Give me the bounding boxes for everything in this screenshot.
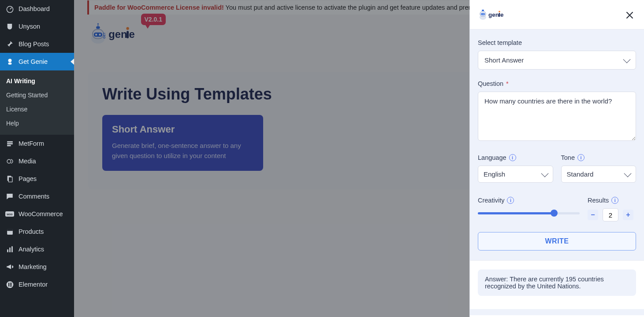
main-area: Paddle for WooCommerce License invalid! … xyxy=(74,0,644,317)
slider-fill xyxy=(478,212,554,214)
sidebar-item-label: Pages xyxy=(19,175,37,182)
svg-point-38 xyxy=(483,14,484,15)
info-icon[interactable]: i xyxy=(611,197,618,204)
sidebar-item-label: Blog Posts xyxy=(19,41,49,48)
u-icon xyxy=(5,22,14,31)
svg-rect-3 xyxy=(7,141,13,142)
results-input[interactable] xyxy=(603,208,618,221)
svg-rect-8 xyxy=(8,177,12,182)
sidebar-item-dashboard[interactable]: Dashboard xyxy=(0,0,74,18)
sidebar-item-label: Analytics xyxy=(19,246,44,253)
sidebar-item-blog[interactable]: Blog Posts xyxy=(0,35,74,53)
creativity-label-text: Creativity xyxy=(478,197,504,204)
increment-button[interactable]: + xyxy=(623,210,633,220)
svg-rect-5 xyxy=(7,145,11,146)
sidebar-item-pages[interactable]: Pages xyxy=(0,170,74,188)
chevron-down-icon xyxy=(541,170,548,177)
question-label: Question * xyxy=(478,80,636,87)
submenu-help[interactable]: Help xyxy=(0,116,74,130)
sidebar-item-metform[interactable]: MetForm xyxy=(0,135,74,152)
svg-point-42 xyxy=(499,11,500,12)
question-input[interactable] xyxy=(478,92,636,141)
svg-rect-15 xyxy=(11,246,13,252)
svg-rect-36 xyxy=(481,13,485,15)
creativity-slider[interactable] xyxy=(478,208,580,218)
megaphone-icon xyxy=(5,262,14,271)
sidebar-item-label: WooCommerce xyxy=(19,210,63,217)
sidebar-item-label: Marketing xyxy=(19,263,47,270)
genie-icon xyxy=(5,57,14,66)
submenu-getting-started[interactable]: Getting Started xyxy=(0,88,74,102)
sidebar-submenu: AI Writing Getting Started License Help xyxy=(0,70,74,135)
panel-body: Select template Short Answer Question * … xyxy=(470,29,644,315)
svg-text:e: e xyxy=(500,11,504,18)
sidebar-item-comments[interactable]: Comments xyxy=(0,188,74,205)
info-icon[interactable]: i xyxy=(577,154,584,161)
comment-icon xyxy=(5,192,14,201)
sidebar-item-label: Products xyxy=(19,228,44,235)
svg-rect-39 xyxy=(482,10,484,11)
pin-icon xyxy=(5,40,14,48)
svg-text:gen: gen xyxy=(488,11,499,18)
slider-track xyxy=(478,212,580,214)
admin-sidebar: Dashboard Unyson Blog Posts Get Genie AI… xyxy=(0,0,74,317)
results-label-text: Results xyxy=(588,197,609,204)
submenu-license[interactable]: License xyxy=(0,102,74,116)
form-icon xyxy=(5,139,14,148)
tone-label-text: Tone xyxy=(561,154,575,161)
slider-thumb[interactable] xyxy=(551,210,558,217)
answer-card[interactable]: Answer: There are currently 195 countrie… xyxy=(478,269,636,296)
results-stepper: − + xyxy=(588,208,636,221)
sidebar-item-analytics[interactable]: Analytics xyxy=(0,240,74,258)
sidebar-item-marketing[interactable]: Marketing xyxy=(0,258,74,276)
info-icon[interactable]: i xyxy=(509,154,516,161)
write-button[interactable]: WRITE xyxy=(478,232,636,251)
woo-icon: woo xyxy=(5,210,14,218)
svg-rect-2 xyxy=(8,63,11,65)
language-label-text: Language xyxy=(478,154,506,161)
sidebar-item-label: MetForm xyxy=(19,140,44,147)
sidebar-item-unyson[interactable]: Unyson xyxy=(0,18,74,35)
info-icon[interactable]: i xyxy=(507,197,514,204)
svg-point-6 xyxy=(7,159,11,163)
svg-rect-19 xyxy=(10,284,11,285)
svg-point-37 xyxy=(482,14,483,15)
tone-select[interactable]: Standard xyxy=(561,166,637,183)
tone-select-value: Standard xyxy=(567,170,594,178)
select-template-label: Select template xyxy=(478,39,636,46)
svg-rect-17 xyxy=(8,283,9,287)
sidebar-item-products[interactable]: Products xyxy=(0,223,74,240)
sidebar-item-media[interactable]: Media xyxy=(0,152,74,170)
language-select-value: English xyxy=(484,170,505,178)
panel-logo: gen e xyxy=(478,7,520,23)
answer-section: Answer: There are currently 195 countrie… xyxy=(470,260,644,309)
svg-rect-18 xyxy=(10,283,11,284)
submenu-ai-writing[interactable]: AI Writing xyxy=(0,74,74,88)
svg-rect-20 xyxy=(10,285,11,286)
panel-header: gen e xyxy=(470,0,644,29)
pages-icon xyxy=(5,174,14,183)
elementor-icon xyxy=(5,280,14,289)
decrement-button[interactable]: − xyxy=(588,210,598,220)
sidebar-item-label: Media xyxy=(19,158,36,165)
analytics-icon xyxy=(5,245,14,254)
sidebar-item-label: Dashboard xyxy=(19,5,50,12)
template-select[interactable]: Short Answer xyxy=(478,51,636,70)
svg-text:woo: woo xyxy=(6,213,12,216)
required-star: * xyxy=(506,80,509,87)
media-icon xyxy=(5,157,14,166)
sidebar-item-get-genie[interactable]: Get Genie xyxy=(0,53,74,70)
sidebar-item-elementor[interactable]: Elementor xyxy=(0,276,74,293)
sidebar-item-woocommerce[interactable]: woo WooCommerce xyxy=(0,205,74,223)
language-label: Language i xyxy=(478,154,553,161)
language-select[interactable]: English xyxy=(478,166,553,183)
close-icon[interactable] xyxy=(626,12,636,18)
genie-side-panel: gen e Select template Short Answer Quest… xyxy=(469,0,644,317)
svg-rect-12 xyxy=(7,229,13,231)
svg-rect-43 xyxy=(499,13,500,17)
sidebar-item-label: Comments xyxy=(19,193,49,200)
chevron-down-icon xyxy=(623,55,631,63)
products-icon xyxy=(5,227,14,236)
svg-rect-14 xyxy=(9,247,11,252)
active-pointer xyxy=(71,59,74,65)
